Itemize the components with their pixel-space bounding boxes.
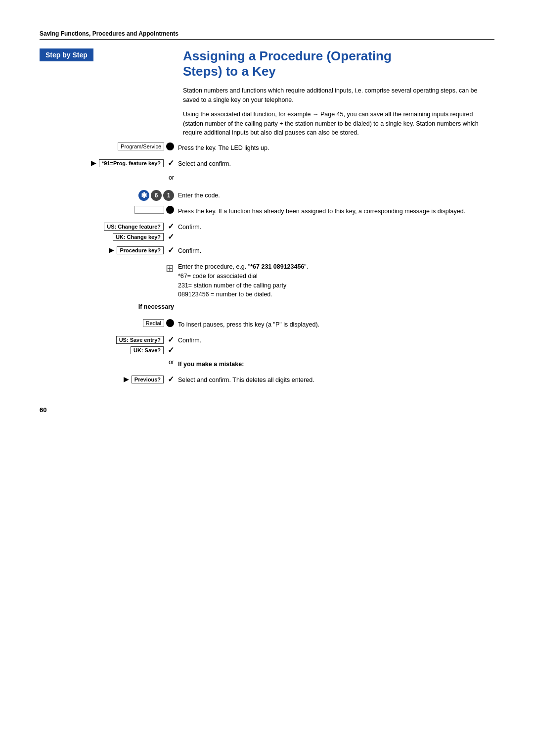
key-rect — [134, 206, 164, 214]
instruction-row-8: Redial To insert pauses, press this key … — [40, 319, 494, 331]
instruction-row-7: ⊞ Enter the procedure, e.g. "*67 231 089… — [40, 261, 494, 299]
instruction-row-1: Program/Service Press the key. The LED l… — [40, 142, 494, 154]
circle-led-3 — [166, 319, 174, 327]
instruction-row-4: Press the key. If a function has already… — [40, 206, 494, 218]
instruction-text-7: Enter the procedure, e.g. "*67 231 08912… — [178, 261, 494, 299]
procedure-key: Procedure key? — [117, 246, 164, 254]
page-header: Saving Functions, Procedures and Appoint… — [40, 30, 494, 40]
instruction-row-3: ✱ 6 1 Enter the code. — [40, 190, 494, 202]
instruction-text-4: Press the key. If a function has already… — [178, 206, 494, 216]
or-label-2: or — [169, 359, 174, 366]
uk-change-key: UK: Change key? — [113, 233, 164, 241]
or-mistake-row: or If you make a mistake: — [40, 359, 494, 371]
instruction-text-10: Select and confirm. This deletes all dig… — [178, 375, 494, 385]
star-circle: ✱ — [138, 190, 149, 201]
checkmark-4: ✓ — [168, 245, 174, 255]
us-save-key: US: Save entry? — [116, 336, 164, 344]
instruction-text-1: Press the key. The LED lights up. — [178, 142, 494, 153]
checkmark-2: ✓ — [168, 222, 174, 231]
instruction-text-9: Confirm. — [178, 335, 494, 345]
checkmark-1: ✓ — [168, 158, 174, 168]
description-1: Station numbers and functions which requ… — [183, 86, 494, 105]
uk-save-key: UK: Save? — [131, 346, 164, 354]
instruction-text-3: Enter the code. — [178, 190, 494, 200]
description-2: Using the associated dial function, for … — [183, 110, 494, 138]
instruction-row-10: ▶ Previous? ✓ Select and confirm. This d… — [40, 375, 494, 386]
keypad-icon: ⊞ — [166, 262, 174, 274]
section-title: Assigning a Procedure (Operating Steps) … — [183, 48, 494, 79]
circle-led-1 — [166, 142, 174, 150]
us-change-feature-key: US: Change feature? — [104, 223, 164, 231]
if-necessary-label: If necessary — [138, 303, 174, 310]
step-by-step-box: Step by Step — [40, 48, 93, 61]
instruction-text-5: Confirm. — [178, 222, 494, 232]
arrow-icon-2: ▶ — [109, 246, 114, 254]
previous-key: Previous? — [132, 376, 164, 383]
checkmark-6: ✓ — [168, 345, 174, 355]
instruction-row-6: ▶ Procedure key? ✓ Confirm. — [40, 245, 494, 257]
checkmark-5: ✓ — [168, 335, 174, 344]
page-header-title: Saving Functions, Procedures and Appoint… — [40, 30, 178, 37]
num-circle-1: 1 — [163, 190, 174, 201]
num-circle-6: 6 — [151, 190, 162, 201]
prog-feature-key: *91=Prog. feature key? — [99, 159, 164, 167]
instruction-row-5: US: Change feature? ✓ UK: Change key? ✓ … — [40, 222, 494, 241]
code-circles: ✱ 6 1 — [138, 190, 174, 201]
instruction-row-2: ▶ *91=Prog. feature key? ✓ Select and co… — [40, 158, 494, 170]
instruction-text-2: Select and confirm. — [178, 158, 494, 169]
checkmark-3: ✓ — [168, 232, 174, 241]
page-number: 60 — [40, 406, 494, 414]
instruction-text-8: To insert pauses, press this key (a "P" … — [178, 319, 494, 330]
or-label-1: or — [169, 174, 174, 181]
checkmark-7: ✓ — [168, 375, 174, 384]
redial-key: Redial — [143, 319, 164, 327]
or-row-1: or — [40, 174, 494, 186]
program-service-key: Program/Service — [118, 142, 164, 150]
arrow-icon-1: ▶ — [91, 159, 96, 167]
circle-led-2 — [166, 206, 174, 214]
instruction-text-6: Confirm. — [178, 245, 494, 256]
arrow-icon-3: ▶ — [124, 376, 129, 383]
if-mistake-text: If you make a mistake: — [178, 359, 494, 369]
if-necessary-row: If necessary — [40, 303, 494, 315]
instruction-row-9: US: Save entry? ✓ UK: Save? ✓ Confirm. — [40, 335, 494, 355]
